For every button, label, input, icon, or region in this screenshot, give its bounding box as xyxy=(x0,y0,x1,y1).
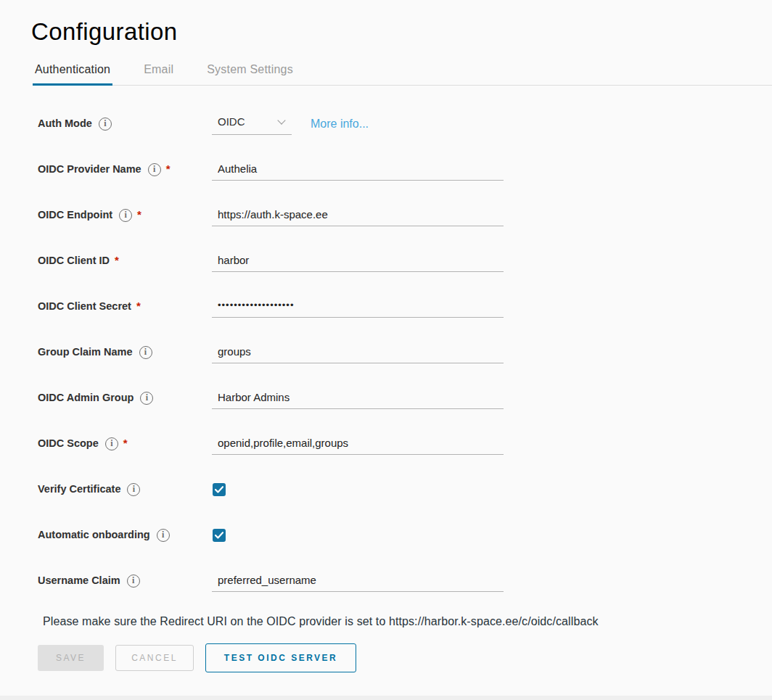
info-icon[interactable]: i xyxy=(99,118,112,131)
form-row-oidc-client-id: OIDC Client ID * xyxy=(38,238,772,284)
form-row-verify-certificate: Verify Certificate i xyxy=(38,466,772,512)
required-marker: * xyxy=(123,437,128,449)
label-text: Username Claim xyxy=(38,575,120,587)
form-row-oidc-endpoint: OIDC Endpoint i * xyxy=(38,192,772,238)
oidc-client-secret-input[interactable] xyxy=(212,296,504,318)
label-text: Automatic onboarding xyxy=(38,529,150,541)
info-icon[interactable]: i xyxy=(148,163,161,176)
required-marker: * xyxy=(115,254,119,266)
oidc-admin-group-input[interactable] xyxy=(212,387,504,409)
group-claim-name-control xyxy=(212,342,504,363)
form-row-group-claim-name: Group Claim Name i xyxy=(38,329,772,375)
automatic-onboarding-checkbox[interactable] xyxy=(213,529,226,542)
username-claim-input[interactable] xyxy=(212,570,504,592)
save-button[interactable]: SAVE xyxy=(38,645,104,671)
form-row-oidc-client-secret: OIDC Client Secret * xyxy=(38,284,772,329)
verify-certificate-control xyxy=(212,483,226,496)
field-label-auth-mode: Auth Mode i xyxy=(38,118,212,131)
field-label-verify-certificate: Verify Certificate i xyxy=(38,483,212,496)
field-label-username-claim: Username Claim i xyxy=(38,575,212,588)
field-label-oidc-client-id: OIDC Client ID * xyxy=(38,255,212,267)
oidc-client-id-input[interactable] xyxy=(212,250,504,272)
form-row-oidc-provider-name: OIDC Provider Name i * xyxy=(38,147,772,192)
auth-mode-control: OIDC More info... xyxy=(212,113,369,135)
cancel-button[interactable]: CANCEL xyxy=(115,645,194,671)
label-text: OIDC Endpoint xyxy=(38,209,112,221)
info-icon[interactable]: i xyxy=(139,346,152,359)
label-text: OIDC Admin Group xyxy=(38,392,134,404)
more-info-link[interactable]: More info... xyxy=(311,118,369,131)
verify-certificate-checkbox[interactable] xyxy=(213,483,226,496)
info-icon[interactable]: i xyxy=(105,437,118,450)
field-label-oidc-admin-group: OIDC Admin Group i xyxy=(38,392,212,405)
info-icon[interactable]: i xyxy=(140,392,153,405)
checkmark-icon xyxy=(215,532,223,539)
oidc-scope-input[interactable] xyxy=(212,433,504,455)
oidc-scope-control xyxy=(212,433,504,455)
oidc-provider-name-input[interactable] xyxy=(212,159,504,181)
oidc-endpoint-input[interactable] xyxy=(212,205,504,226)
test-oidc-server-button[interactable]: TEST OIDC SERVER xyxy=(205,643,356,672)
field-label-oidc-endpoint: OIDC Endpoint i * xyxy=(38,209,212,222)
required-marker: * xyxy=(166,162,171,175)
label-text: OIDC Client Secret xyxy=(38,300,131,313)
page-title: Configuration xyxy=(31,18,772,46)
info-icon[interactable]: i xyxy=(127,483,140,496)
required-marker: * xyxy=(137,208,141,221)
tab-authentication[interactable]: Authentication xyxy=(33,59,112,85)
auth-mode-select[interactable]: OIDC xyxy=(212,113,292,135)
redirect-uri-note: Please make sure the Redirect URI on the… xyxy=(43,615,772,628)
tab-system-settings[interactable]: System Settings xyxy=(205,59,295,85)
field-label-automatic-onboarding: Automatic onboarding i xyxy=(38,529,212,542)
form-row-automatic-onboarding: Automatic onboarding i xyxy=(38,512,772,558)
label-text: Group Claim Name xyxy=(38,346,133,358)
oidc-provider-name-control xyxy=(212,159,504,181)
automatic-onboarding-control xyxy=(212,529,226,542)
oidc-client-id-control xyxy=(212,250,504,272)
auth-mode-selected-value: OIDC xyxy=(218,115,245,128)
tab-bar: Authentication Email System Settings xyxy=(33,59,772,86)
info-icon[interactable]: i xyxy=(127,575,140,588)
field-label-oidc-client-secret: OIDC Client Secret * xyxy=(38,300,212,313)
configuration-page: Configuration Authentication Email Syste… xyxy=(0,18,772,672)
form-row-oidc-scope: OIDC Scope i * xyxy=(38,421,772,466)
form-row-oidc-admin-group: OIDC Admin Group i xyxy=(38,375,772,421)
oidc-endpoint-control xyxy=(212,205,504,226)
required-marker: * xyxy=(136,300,141,312)
label-text: OIDC Client ID xyxy=(38,255,110,267)
oidc-admin-group-control xyxy=(212,387,504,409)
username-claim-control xyxy=(212,570,504,592)
field-label-oidc-scope: OIDC Scope i * xyxy=(38,437,212,450)
oidc-client-secret-control xyxy=(212,296,504,318)
tab-email[interactable]: Email xyxy=(141,59,176,85)
action-bar: SAVE CANCEL TEST OIDC SERVER xyxy=(38,643,772,672)
label-text: OIDC Scope xyxy=(38,437,99,450)
info-icon[interactable]: i xyxy=(157,529,170,542)
form-row-username-claim: Username Claim i xyxy=(38,558,772,604)
label-text: Verify Certificate xyxy=(38,483,120,495)
chevron-down-icon xyxy=(277,116,285,124)
label-text: Auth Mode xyxy=(38,118,92,130)
label-text: OIDC Provider Name xyxy=(38,163,141,176)
field-label-oidc-provider-name: OIDC Provider Name i * xyxy=(38,163,212,176)
bottom-edge xyxy=(0,696,772,700)
auth-config-form: Auth Mode i OIDC More info... OIDC Provi… xyxy=(33,101,772,672)
info-icon[interactable]: i xyxy=(119,209,132,222)
field-label-group-claim-name: Group Claim Name i xyxy=(38,346,212,359)
checkmark-icon xyxy=(215,486,223,493)
group-claim-name-input[interactable] xyxy=(212,342,504,363)
form-row-auth-mode: Auth Mode i OIDC More info... xyxy=(38,101,772,147)
